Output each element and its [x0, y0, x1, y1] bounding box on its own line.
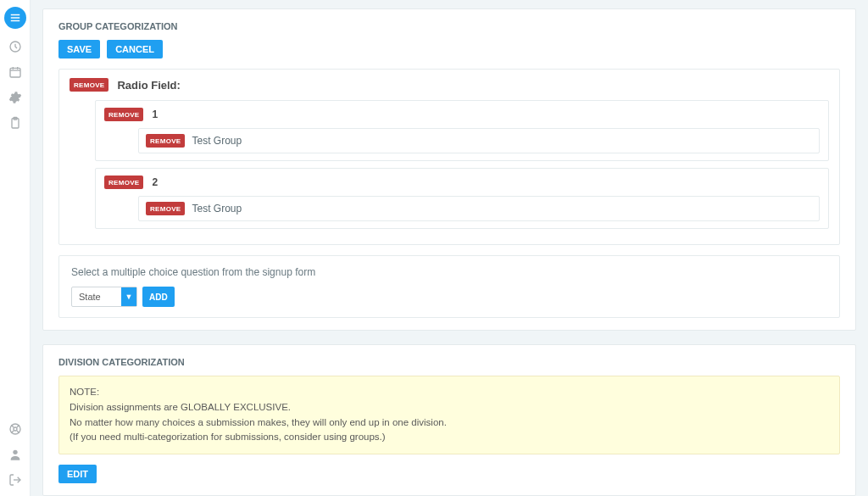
svg-point-16 — [13, 450, 17, 454]
note-line-3: No matter how many choices a submission … — [70, 415, 829, 431]
main-content: GROUP CATEGORIZATION SAVE CANCEL REMOVE … — [31, 0, 868, 496]
save-button[interactable]: SAVE — [58, 40, 100, 59]
radio-field-box: REMOVE Radio Field: REMOVE 1 REMOVE Test… — [58, 69, 840, 245]
dropdown-value: State — [72, 287, 121, 306]
remove-group-1-button[interactable]: REMOVE — [146, 134, 185, 148]
logout-icon[interactable] — [8, 472, 23, 488]
field-title: Radio Field: — [117, 79, 180, 92]
note-line-2: Division assignments are GLOBALLY EXCLUS… — [70, 400, 829, 415]
calendar-icon[interactable] — [8, 64, 23, 80]
group-categorization-title: GROUP CATEGORIZATION — [58, 21, 840, 31]
note-line-4: (If you need multi-categorization for su… — [70, 430, 829, 445]
select-question-row: Select a multiple choice question from t… — [58, 255, 840, 318]
sidebar — [0, 0, 31, 496]
option-box-1: REMOVE 1 REMOVE Test Group — [95, 100, 829, 161]
svg-point-11 — [14, 427, 17, 431]
cancel-button[interactable]: CANCEL — [107, 40, 163, 59]
help-icon[interactable] — [8, 421, 23, 437]
remove-group-2-button[interactable]: REMOVE — [146, 202, 185, 215]
svg-line-13 — [17, 431, 19, 433]
edit-button[interactable]: EDIT — [58, 465, 97, 483]
question-dropdown[interactable]: State ▼ — [71, 287, 137, 307]
add-button[interactable]: ADD — [142, 287, 175, 307]
group-box-2: REMOVE Test Group — [138, 196, 820, 221]
svg-line-15 — [17, 425, 19, 427]
chevron-down-icon: ▼ — [121, 287, 136, 306]
group-2-name: Test Group — [192, 203, 242, 215]
remove-option-2-button[interactable]: REMOVE — [104, 176, 143, 189]
user-icon[interactable] — [8, 447, 23, 462]
remove-option-1-button[interactable]: REMOVE — [104, 108, 143, 121]
svg-line-12 — [11, 425, 14, 427]
group-1-name: Test Group — [192, 135, 242, 147]
group-box-1: REMOVE Test Group — [138, 128, 820, 153]
option-box-2: REMOVE 2 REMOVE Test Group — [95, 168, 829, 229]
svg-rect-4 — [10, 68, 20, 77]
division-categorization-card: DIVISION CATEGORIZATION NOTE: Division a… — [42, 344, 856, 496]
division-note: NOTE: Division assignments are GLOBALLY … — [58, 376, 840, 454]
group-categorization-card: GROUP CATEGORIZATION SAVE CANCEL REMOVE … — [42, 8, 856, 331]
svg-line-14 — [11, 431, 14, 433]
division-categorization-title: DIVISION CATEGORIZATION — [58, 357, 840, 367]
gear-icon[interactable] — [8, 90, 23, 105]
dashboard-icon[interactable] — [8, 39, 23, 54]
remove-field-button[interactable]: REMOVE — [70, 78, 108, 92]
option-1-label: 1 — [152, 109, 158, 120]
logo[interactable] — [4, 7, 26, 29]
option-2-label: 2 — [152, 176, 158, 188]
clipboard-icon[interactable] — [8, 115, 23, 131]
select-prompt: Select a multiple choice question from t… — [71, 266, 827, 278]
note-line-1: NOTE: — [70, 385, 829, 400]
